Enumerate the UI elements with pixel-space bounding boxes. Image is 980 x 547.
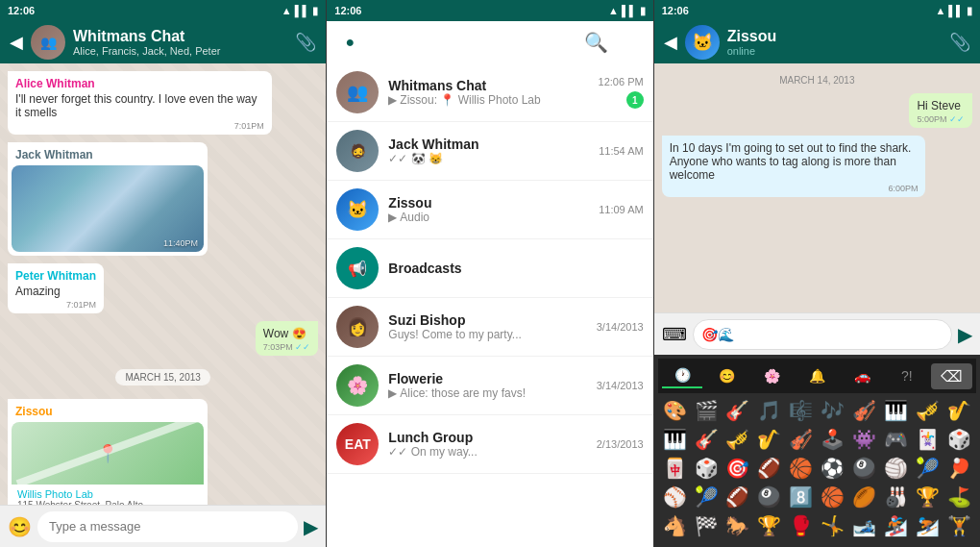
message-text: I'll never forget this country. I love e… [15, 92, 264, 119]
chat-item-zissou[interactable]: 🐱 Zissou ▶ Audio 11:09 AM [327, 181, 652, 239]
emoji-cell[interactable]: 🎬 [692, 397, 722, 424]
message-row: Zissou 📍 Willis Photo Lab 115 Webster St… [8, 399, 318, 505]
emoji-cell[interactable]: 👾 [849, 426, 879, 453]
emoji-cell[interactable]: 🏋️ [944, 512, 974, 539]
chat-time: 12:06 PM [599, 76, 644, 87]
emoji-cell[interactable]: 🎷 [944, 397, 974, 424]
zissou-input-field[interactable]: 🎯🌊 [693, 319, 952, 350]
keyboard-icon[interactable]: ⌨ [662, 324, 687, 345]
emoji-cell[interactable]: 🏆 [913, 484, 943, 510]
message-row: Jack Whitman 11:40PM [8, 142, 318, 256]
emoji-tab-transport[interactable]: 🚗 [842, 364, 883, 387]
compose-icon[interactable]: ✏ [627, 31, 644, 54]
emoji-tab-nature[interactable]: 🌸 [751, 364, 793, 387]
emoji-cell[interactable]: 🤸 [818, 512, 847, 539]
chat-item-whitmans[interactable]: 👥 Whitmans Chat ▶ Zissou: 📍 Willis Photo… [327, 63, 652, 122]
map-message-bubble: Zissou 📍 Willis Photo Lab 115 Webster St… [8, 399, 208, 505]
emoji-cell[interactable]: 🎱 [849, 455, 879, 482]
emoji-cell[interactable]: 🎲 [944, 426, 974, 453]
emoji-cell[interactable]: 🎨 [660, 397, 690, 424]
chat-item-broadcasts[interactable]: 📢 Broadcasts [327, 239, 652, 298]
emoji-cell[interactable]: 🏉 [849, 484, 879, 510]
emoji-cell[interactable]: 🎺 [723, 426, 753, 453]
emoji-cell[interactable]: 🎲 [692, 455, 722, 482]
emoji-cell[interactable]: 🎵 [754, 397, 784, 424]
whatsapp-logo: ● [336, 29, 363, 56]
avatar-icon: 🌸 [347, 375, 368, 396]
emoji-cell[interactable]: 🥊 [786, 512, 816, 539]
emoji-cell[interactable]: 🎶 [818, 397, 847, 424]
message-row: In 10 days I'm going to set out to find … [662, 136, 972, 197]
emoji-cell[interactable]: 🎹 [881, 397, 911, 424]
emoji-cell[interactable]: 🎿 [849, 512, 879, 539]
emoji-cell[interactable]: 🎼 [786, 397, 816, 424]
chat-time: 2/13/2013 [597, 438, 644, 450]
emoji-cell[interactable]: ⚽ [818, 455, 847, 482]
chat-item-lunch[interactable]: EAT Lunch Group ✓✓ On my way... 2/13/201… [327, 415, 652, 474]
emoji-cell[interactable]: 🎺 [913, 397, 943, 424]
chat-name: Broadcasts [388, 261, 643, 276]
message-input[interactable] [37, 511, 298, 542]
emoji-cell[interactable]: 🃏 [913, 426, 943, 453]
emoji-tab-symbols[interactable]: ?! [886, 364, 927, 387]
emoji-tab-smileys[interactable]: 😊 [706, 364, 747, 387]
emoji-tab-bar: 🕐 😊 🌸 🔔 🚗 ?! ⌫ [658, 359, 976, 393]
emoji-cell[interactable]: 🎯 [723, 455, 753, 482]
emoji-cell[interactable]: 🎸 [723, 397, 753, 424]
emoji-cell[interactable]: 🏀 [786, 455, 816, 482]
emoji-cell[interactable]: 🎮 [881, 426, 911, 453]
zissou-info: Zissou online [727, 28, 942, 57]
emoji-cell[interactable]: 8️⃣ [786, 484, 816, 510]
emoji-cell[interactable]: 🎻 [786, 426, 816, 453]
emoji-cell[interactable]: ⛳ [944, 484, 974, 510]
emoji-cell[interactable]: 🎳 [881, 484, 911, 510]
attach-icon-3[interactable]: 📎 [949, 32, 970, 53]
chat-info: Suzi Bishop Guys! Come to my party... [388, 312, 586, 341]
emoji-cell[interactable]: 🀄 [660, 455, 690, 482]
map-link[interactable]: Willis Photo Lab [17, 488, 198, 500]
search-icon[interactable]: 🔍 [584, 31, 608, 54]
emoji-cell[interactable]: 🏆 [754, 512, 784, 539]
avatar-icon: 🐱 [347, 199, 368, 220]
send-button[interactable]: ▶ [304, 515, 318, 538]
emoji-cell[interactable]: 🎹 [660, 426, 690, 453]
emoji-cell[interactable]: 🐴 [660, 512, 690, 539]
emoji-tab-alerts[interactable]: 🔔 [796, 364, 838, 387]
emoji-delete-key[interactable]: ⌫ [931, 363, 972, 389]
emoji-cell[interactable]: 🎷 [754, 426, 784, 453]
emoji-cell[interactable]: 🎸 [692, 426, 722, 453]
battery-icon-3: ▮ [967, 5, 972, 16]
back-icon[interactable]: ◀ [10, 32, 23, 53]
chat-preview: ▶ Zissou: 📍 Willis Photo Lab [388, 93, 588, 107]
emoji-button[interactable]: 😊 [8, 515, 32, 538]
emoji-cell[interactable]: ⚾ [660, 484, 690, 510]
chat-item-flowerie[interactable]: 🌸 Flowerie ▶ Alice: those are my favs! 3… [327, 357, 652, 415]
emoji-cell[interactable]: 🏁 [692, 512, 722, 539]
chat-item-jack[interactable]: 🧔 Jack Whitman ✓✓ 🐼 😸 11:54 AM [327, 122, 652, 181]
emoji-cell[interactable]: 🏈 [723, 484, 753, 510]
chat-time: 11:09 AM [599, 204, 643, 215]
emoji-cell[interactable]: ⛷️ [913, 512, 943, 539]
emoji-cell[interactable]: 🎾 [913, 455, 943, 482]
emoji-cell[interactable]: 🎱 [754, 484, 784, 510]
chat-meta: 3/14/2013 [597, 321, 644, 333]
emoji-cell[interactable]: 🕹️ [818, 426, 847, 453]
chat-info: Whitmans Chat ▶ Zissou: 📍 Willis Photo L… [388, 78, 588, 107]
chat-item-suzi[interactable]: 👩 Suzi Bishop Guys! Come to my party... … [327, 298, 652, 357]
emoji-cell[interactable]: 🐎 [723, 512, 753, 539]
message-time: 7:01PM [15, 121, 264, 131]
attach-icon[interactable]: 📎 [295, 32, 316, 53]
emoji-cell[interactable]: 🏂 [881, 512, 911, 539]
emoji-cell[interactable]: 🏈 [754, 455, 784, 482]
emoji-cell[interactable]: 🏓 [944, 455, 974, 482]
chat-name: Whitmans Chat [388, 78, 588, 93]
emoji-tab-recent[interactable]: 🕐 [662, 363, 703, 388]
map-attachment[interactable]: 📍 Willis Photo Lab 115 Webster Street, P… [12, 422, 204, 505]
status-time-1: 12:06 [8, 5, 35, 16]
emoji-cell[interactable]: 🎾 [692, 484, 722, 510]
send-button-3[interactable]: ▶ [958, 323, 972, 346]
emoji-cell[interactable]: 🏀 [818, 484, 847, 510]
emoji-cell[interactable]: 🏐 [881, 455, 911, 482]
back-button[interactable]: ◀ [664, 32, 677, 53]
emoji-cell[interactable]: 🎻 [849, 397, 879, 424]
